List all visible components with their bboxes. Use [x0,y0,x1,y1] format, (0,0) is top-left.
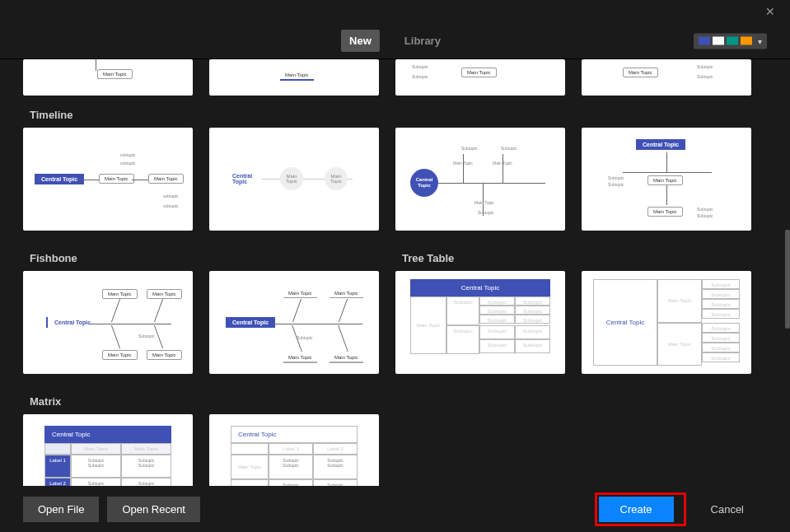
cell: Label 2 [313,443,358,455]
create-highlight: Create [595,492,686,526]
text: Subtopic [412,64,428,69]
cell: Subtopic [702,309,740,319]
template-fishbone-1[interactable]: Central Topic Main Topic Main Topic Main… [23,271,193,374]
node: Main Topic [283,289,317,298]
text: Main Topic [453,161,473,166]
node: MainTopic [280,167,303,190]
template-treetable-1[interactable]: Central Topic Main Topic Subtopic Subtop… [395,271,565,374]
cell [44,443,71,455]
cell: Subtopic [446,325,479,354]
header: New Library ▾ [0,23,790,59]
node: Main Topic [283,353,317,363]
cell: SubtopicSubtopic [269,455,313,479]
text: Subtopic [697,74,713,79]
theme-picker[interactable]: ▾ [694,33,767,49]
tab-new[interactable]: New [341,30,380,52]
section-title-fishbone: Fishbone [30,252,379,264]
cell: Main Topic [410,296,446,354]
cell: Subtopic [702,333,740,343]
cell: SubtopicSubtopic [71,455,121,478]
scrollbar-thumb[interactable] [785,230,790,329]
node: Main Topic [330,353,363,363]
node: Main Topic [102,350,138,360]
cell: Main Topic [231,455,269,479]
cell: Central Topic [231,426,358,443]
section-title-timeline: Timeline [30,109,760,121]
node: Main Topic [102,289,138,299]
node: Main Topic [99,174,134,184]
text: Subtopic [412,74,428,79]
open-recent-button[interactable]: Open Recent [107,497,200,522]
cell: SubtopicSubtopic [71,478,121,486]
footer: Open File Open Recent Create Cancel [0,486,790,532]
template-fishbone-2[interactable]: Central Topic Main Topic Main Topic Main… [209,271,379,374]
cell: Subtopic [702,289,740,299]
text: Main Topic [493,161,512,166]
node: Main Topic [147,289,182,299]
template-timeline-1[interactable]: Central Topic Main Topic Main Topic subt… [23,128,193,231]
text: subtopic [163,203,179,208]
node: Main Topic [280,71,314,81]
cell: Subtopic [479,296,515,306]
cell: Subtopic [515,315,550,324]
node: Main Topic [647,207,683,217]
swatch-teal [727,37,738,45]
node: Main Topic [97,69,133,79]
node: Main Topic [147,350,182,360]
text: subtopic [120,152,136,157]
node: CentralTopic [410,169,438,197]
text: subtopic [120,161,136,166]
cell: Main Topic [231,479,269,486]
cell: Subtopic [515,325,550,339]
template-card[interactable]: Subtopic Subtopic Main Topic [395,59,565,96]
cell: Subtopic [515,306,550,315]
template-matrix-1[interactable]: Central Topic Main Topic Main Topic Labe… [23,414,193,486]
tab-library[interactable]: Library [396,30,449,52]
cancel-button[interactable]: Cancel [696,497,759,522]
text: Subtopic [608,175,624,180]
text: subtopic [163,194,179,198]
cell: Subtopic [702,343,740,352]
template-timeline-3[interactable]: CentralTopic Main Topic Main Topic Subto… [395,128,565,231]
template-treetable-2[interactable]: Central Topic Main Topic Subtopic Subtop… [582,271,751,374]
node: CentralTopic [226,170,259,187]
text: Subtopic [697,64,713,69]
cell: Main Topic [657,279,702,323]
cell: Subtopic [479,306,515,315]
text: Subtopic [478,210,493,215]
close-icon[interactable]: ✕ [759,2,782,21]
swatch-orange [741,37,752,45]
cell: Label 1 [44,455,71,478]
template-card[interactable]: Main Topic [209,59,379,96]
template-matrix-2[interactable]: Central Topic Label 1 Label 2 Main Topic… [209,414,379,486]
node: Main Topic [461,68,497,77]
create-button[interactable]: Create [599,497,674,522]
scrollbar[interactable] [783,59,790,486]
cell: SubtopicSubtopic [121,478,171,486]
cell: Subtopic [479,339,515,353]
cell: Subtopic [479,315,515,324]
cell: Main Topic [657,323,702,366]
cell: Subtopic [515,339,550,353]
text: Subtopic [697,207,713,212]
node: Main Topic [647,175,683,185]
text: Subtopic [501,146,517,151]
cell: Subtopic [702,299,740,309]
template-card[interactable]: Main Topic Subtopic Subtopic [582,59,751,96]
cell: Subtopic [515,296,550,306]
open-file-button[interactable]: Open File [23,497,99,522]
section-title-treetable: Tree Table [402,252,751,264]
cell: SubtopicSubtopic [313,455,358,479]
node: MainTopic [325,167,348,190]
cell: Subtopic [479,325,515,339]
cell: Central Topic [410,279,550,296]
template-gallery: Main Topic Main Topic Subtopic Subtopic … [0,59,783,486]
text: Subtopic [608,182,624,187]
swatch-blue [699,37,710,45]
template-timeline-4[interactable]: Central Topic Main Topic Main Topic Subt… [582,128,751,231]
template-card[interactable]: Main Topic [23,59,193,96]
node: Central Topic [636,139,685,150]
template-timeline-2[interactable]: CentralTopic MainTopic MainTopic [209,128,379,231]
node: Central Topic [226,317,275,328]
cell: Main Topic [71,443,121,455]
